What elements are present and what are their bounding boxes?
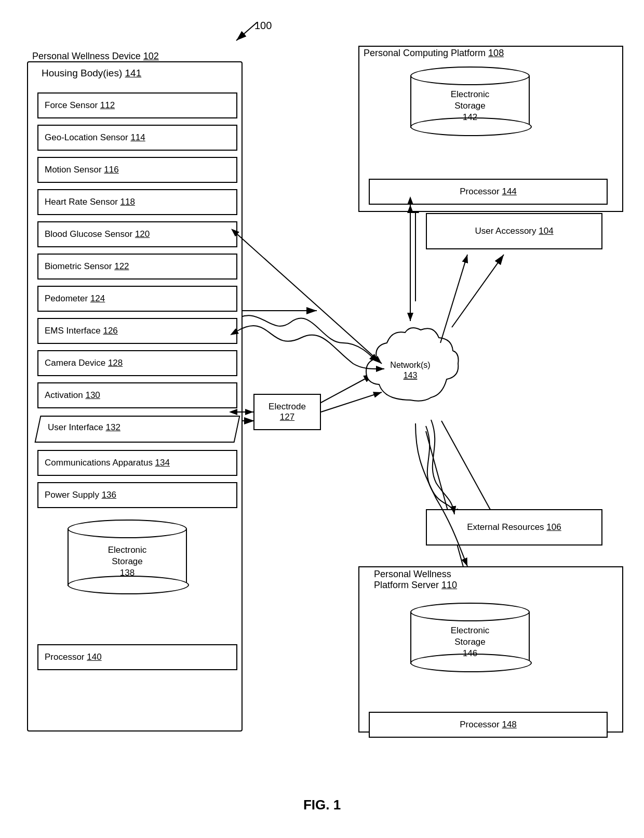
geo-location-sensor-box: Geo-Location Sensor 114 xyxy=(37,125,237,151)
svg-line-8 xyxy=(426,431,467,582)
pwd-storage-label: Electronic xyxy=(108,544,147,556)
pedometer-box: Pedometer 124 xyxy=(37,286,237,312)
electrode-box: Electrode 127 xyxy=(253,394,321,430)
pcp-electronic-storage-cylinder: Electronic Storage 142 xyxy=(410,66,530,128)
heart-rate-sensor-box: Heart Rate Sensor 118 xyxy=(37,189,237,215)
biometric-sensor-box: Biometric Sensor 122 xyxy=(37,254,237,280)
fig-label: FIG. 1 xyxy=(0,797,644,813)
pwps-label: Personal WellnessPlatform Server 110 xyxy=(374,569,457,591)
pwd-storage-label2: Storage xyxy=(108,556,147,567)
pcp-storage-label2: Storage xyxy=(451,100,490,112)
activation-box: Activation 130 xyxy=(37,382,237,408)
pcp-storage-num: 142 xyxy=(451,112,490,123)
comms-apparatus-box: Communications Apparatus 134 xyxy=(37,450,237,476)
pwps-storage-label2: Storage xyxy=(451,636,490,648)
external-resources-box: External Resources 106 xyxy=(426,509,602,546)
blood-glucose-sensor-box: Blood Glucose Sensor 120 xyxy=(37,221,237,247)
pwps-storage-label: Electronic xyxy=(451,625,490,636)
pcp-label: Personal Computing Platform 108 xyxy=(364,48,504,59)
user-interface-label: User Interface 132 xyxy=(48,422,120,433)
ems-interface-box: EMS Interface 126 xyxy=(37,318,237,344)
pwd-storage-num: 138 xyxy=(108,567,147,579)
pcp-processor-box: Processor 144 xyxy=(369,179,608,205)
pwd-label: Personal Wellness Device 102 xyxy=(32,51,159,62)
user-accessory-box: User Accessory 104 xyxy=(426,213,602,249)
pwps-processor-box: Processor 148 xyxy=(369,712,608,738)
pcp-storage-label: Electronic xyxy=(451,89,490,100)
pwps-storage-num: 146 xyxy=(451,648,490,659)
diagram-number: 100 xyxy=(254,20,272,32)
diagram: 100 Personal Wellness Device 102 Housing… xyxy=(0,0,644,838)
power-supply-box: Power Supply 136 xyxy=(37,482,237,508)
housing-body-label: Housing Body(ies) 141 xyxy=(42,68,141,79)
user-interface-container: User Interface 132 xyxy=(37,416,237,443)
force-sensor-box: Force Sensor 112 xyxy=(37,92,237,118)
svg-text:Network(s): Network(s) xyxy=(390,361,430,369)
svg-line-6 xyxy=(452,255,504,327)
pwd-processor-box: Processor 140 xyxy=(37,644,237,670)
svg-text:143: 143 xyxy=(404,371,418,380)
svg-line-9 xyxy=(236,22,257,41)
pwps-electronic-storage-cylinder: Electronic Storage 146 xyxy=(410,603,530,664)
pwd-electronic-storage-cylinder: Electronic Storage 138 xyxy=(68,520,187,586)
motion-sensor-box: Motion Sensor 116 xyxy=(37,157,237,183)
camera-device-box: Camera Device 128 xyxy=(37,350,237,376)
networks-cloud: Network(s) 143 xyxy=(358,317,462,423)
